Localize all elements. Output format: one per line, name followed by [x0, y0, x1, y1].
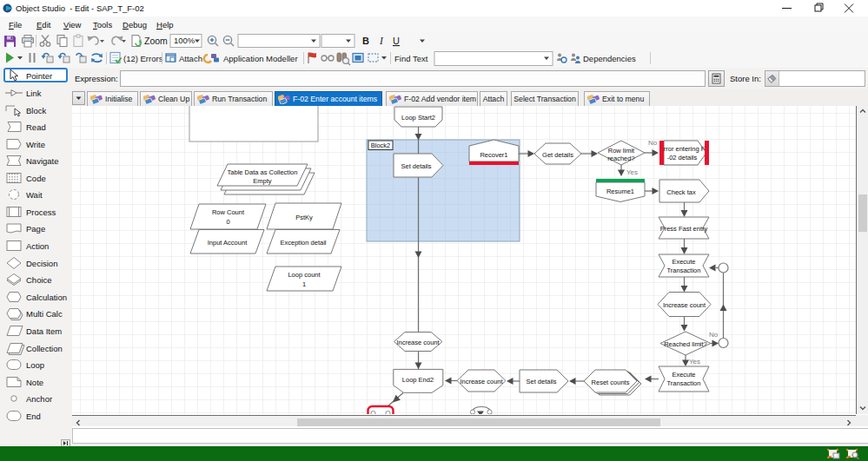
- svg-text:Set details: Set details: [401, 162, 431, 170]
- svg-text:Set details: Set details: [526, 378, 556, 385]
- svg-text:0: 0: [226, 218, 229, 226]
- svg-text:Block2: Block2: [371, 142, 391, 149]
- svg-text:Transaction: Transaction: [667, 379, 701, 387]
- svg-text:Attach: Attach: [179, 54, 202, 63]
- svg-text:Execute: Execute: [672, 258, 695, 266]
- svg-text:Dependencies: Dependencies: [583, 54, 636, 63]
- svg-text:Increase count: Increase count: [663, 301, 706, 309]
- svg-text:Yes: Yes: [626, 168, 638, 176]
- svg-text:Transaction: Transaction: [667, 267, 701, 274]
- svg-text:Yes: Yes: [689, 358, 700, 366]
- svg-text:Increase count: Increase count: [396, 339, 440, 346]
- svg-text:Increase count: Increase count: [460, 378, 503, 385]
- svg-text:PstKy: PstKy: [295, 214, 313, 221]
- svg-text:Exception detail: Exception detail: [281, 239, 327, 247]
- svg-text:Resume1: Resume1: [606, 188, 634, 195]
- svg-text:Loop Start2: Loop Start2: [401, 114, 435, 122]
- svg-text:Press Fast entry: Press Fast entry: [660, 225, 708, 233]
- svg-text:Execute: Execute: [672, 371, 695, 379]
- svg-text:Input Account: Input Account: [208, 239, 248, 247]
- svg-text:Reset counts: Reset counts: [592, 379, 630, 386]
- svg-text:Get details: Get details: [542, 151, 573, 159]
- svg-text:I: I: [379, 36, 384, 46]
- svg-text:Table Data as Collection: Table Data as Collection: [228, 168, 298, 176]
- svg-text:Row Count: Row Count: [212, 208, 245, 216]
- svg-text:100%: 100%: [174, 36, 195, 45]
- svg-text:B: B: [362, 36, 369, 46]
- svg-text:Check tax: Check tax: [666, 188, 696, 196]
- svg-text:Empty: Empty: [253, 177, 272, 185]
- svg-text:U: U: [393, 36, 400, 46]
- svg-text:No: No: [648, 139, 658, 147]
- svg-text:No: No: [709, 331, 719, 339]
- svg-text:Row limit: Row limit: [608, 147, 635, 155]
- svg-text:Find Text: Find Text: [394, 54, 428, 63]
- svg-text:1: 1: [302, 280, 306, 288]
- svg-text:Error entering F: Error entering F: [659, 145, 706, 153]
- svg-text:Loop count: Loop count: [288, 271, 321, 279]
- svg-text:Loop End2: Loop End2: [402, 376, 434, 384]
- svg-text:Reached limit?: Reached limit?: [664, 340, 707, 348]
- svg-text:(12) Errors: (12) Errors: [123, 54, 163, 63]
- svg-text:Application Modeller: Application Modeller: [223, 54, 298, 63]
- svg-text:Recover1: Recover1: [480, 151, 507, 159]
- svg-text:Zoom: Zoom: [144, 36, 168, 46]
- svg-text:reached?: reached?: [607, 155, 634, 162]
- svg-text:-02 details: -02 details: [667, 154, 698, 161]
